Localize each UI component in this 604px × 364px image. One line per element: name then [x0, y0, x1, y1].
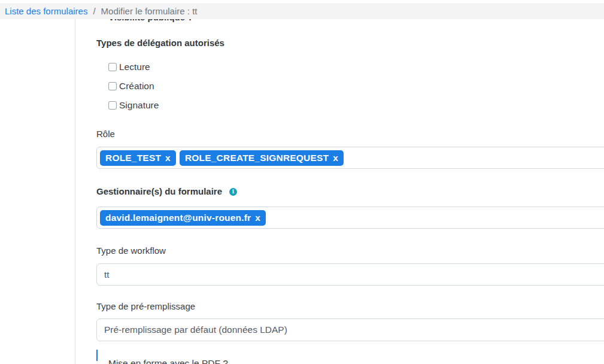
signature-checkbox-label[interactable]: Signature	[119, 101, 159, 110]
role-tag: ROLE_TEST x	[100, 150, 176, 166]
role-tag-text: ROLE_TEST	[105, 153, 161, 163]
workflow-type-value: tt	[104, 269, 110, 280]
managers-multiselect[interactable]: david.lemaignent@univ-rouen.fr x	[96, 207, 604, 229]
form-edit-page: Visibilité publique ? Liste des formulai…	[0, 0, 604, 364]
role-tag-text: ROLE_CREATE_SIGNREQUEST	[185, 153, 329, 163]
manager-tag-remove-icon[interactable]: x	[255, 213, 260, 223]
role-tag: ROLE_CREATE_SIGNREQUEST x	[180, 150, 344, 166]
breadcrumb-current: Modifier le formulaire : tt	[101, 6, 198, 16]
role-tag-remove-icon[interactable]: x	[333, 153, 338, 163]
managers-label-row: Gestionnaire(s) du formulaire i	[96, 187, 237, 196]
role-tag-remove-icon[interactable]: x	[165, 153, 171, 163]
prefill-type-value: Pré-remplissage par défaut (données LDAP…	[104, 324, 287, 335]
workflow-type-input[interactable]: tt	[96, 263, 604, 286]
breadcrumb-separator: /	[93, 6, 95, 16]
role-multiselect[interactable]: ROLE_TEST x ROLE_CREATE_SIGNREQUEST x	[96, 147, 604, 169]
manager-tag-text: david.lemaignent@univ-rouen.fr	[105, 213, 251, 223]
prefill-type-select[interactable]: Pré-remplissage par défaut (données LDAP…	[96, 318, 604, 341]
content-left-border	[75, 18, 75, 364]
pdf-format-checkbox[interactable]	[96, 350, 98, 361]
signature-checkbox[interactable]	[108, 101, 117, 110]
manager-tag: david.lemaignent@univ-rouen.fr x	[100, 210, 266, 226]
pdf-format-label[interactable]: Mise en forme avec le PDF ?	[108, 358, 228, 364]
lecture-checkbox-label[interactable]: Lecture	[119, 62, 150, 72]
checkbox-row-creation: Création	[108, 81, 154, 91]
workflow-type-label: Type de workflow	[96, 246, 166, 256]
creation-checkbox-label[interactable]: Création	[119, 81, 154, 91]
creation-checkbox[interactable]	[108, 82, 117, 90]
breadcrumb: Liste des formulaires / Modifier le form…	[0, 3, 604, 19]
checkbox-row-lecture: Lecture	[108, 62, 150, 72]
checkbox-row-signature: Signature	[108, 101, 159, 110]
managers-label: Gestionnaire(s) du formulaire	[96, 187, 222, 196]
breadcrumb-link-forms-list[interactable]: Liste des formulaires	[5, 6, 87, 16]
info-icon[interactable]: i	[229, 188, 237, 196]
delegation-types-label: Types de délégation autorisés	[96, 38, 224, 48]
role-label: Rôle	[96, 129, 115, 139]
lecture-checkbox[interactable]	[108, 63, 117, 71]
prefill-type-label: Type de pré-remplissage	[96, 302, 195, 311]
